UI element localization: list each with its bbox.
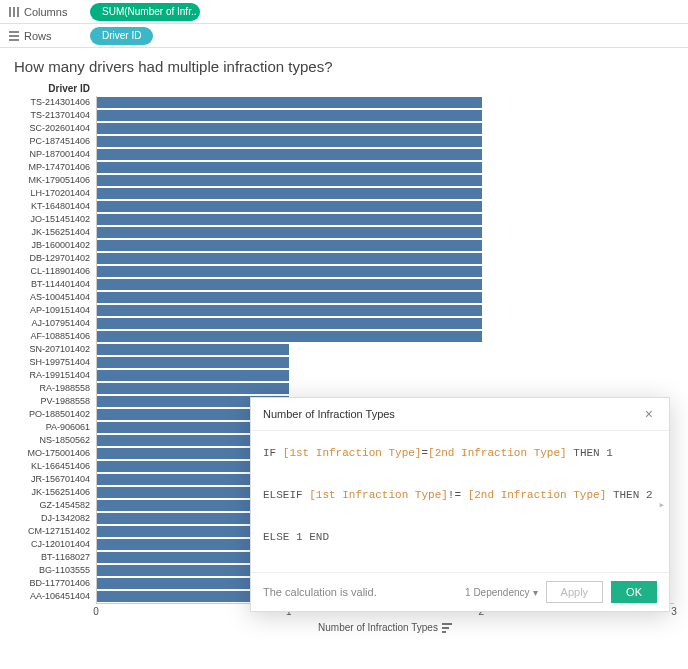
bar-row — [97, 382, 674, 395]
dependencies-label: 1 Dependency — [465, 587, 530, 598]
bar[interactable] — [97, 162, 482, 173]
y-axis-tick-label: JB-160001402 — [14, 239, 96, 252]
y-axis-tick-label: BT-1168027 — [14, 551, 96, 564]
y-axis-tick-label: BT-114401404 — [14, 278, 96, 291]
bar[interactable] — [97, 344, 289, 355]
x-axis-tick-label: 3 — [671, 606, 677, 617]
columns-icon — [8, 6, 20, 18]
kw-else: ELSE — [263, 531, 289, 543]
bar[interactable] — [97, 214, 482, 225]
y-axis-tick-label: DB-129701402 — [14, 252, 96, 265]
bar[interactable] — [97, 383, 289, 394]
bar-row — [97, 148, 674, 161]
ok-button[interactable]: OK — [611, 581, 657, 603]
bar[interactable] — [97, 201, 482, 212]
kw-end: END — [309, 531, 329, 543]
bar-row — [97, 109, 674, 122]
columns-pill-text: SUM(Number of Infr.. — [102, 6, 196, 17]
field-ref: [2nd Infraction Type] — [468, 489, 607, 501]
svg-rect-5 — [9, 39, 19, 41]
bar[interactable] — [97, 370, 289, 381]
y-axis-tick-label: TS-213701404 — [14, 109, 96, 122]
bar[interactable] — [97, 227, 482, 238]
literal: 1 — [606, 447, 613, 459]
bar-row — [97, 174, 674, 187]
bar-row — [97, 96, 674, 109]
y-axis-header: Driver ID — [14, 83, 96, 94]
bar[interactable] — [97, 292, 482, 303]
bar-row — [97, 369, 674, 382]
calc-line-2: ELSEIF [1st Infraction Type]!= [2nd Infr… — [263, 485, 657, 506]
y-axis-tick-label: RA-1988558 — [14, 382, 96, 395]
y-axis-tick-label: TS-214301406 — [14, 96, 96, 109]
y-axis-tick-label: PA-906061 — [14, 421, 96, 434]
op-ne: != — [448, 489, 461, 501]
y-axis-tick-label: RA-199151404 — [14, 369, 96, 382]
columns-shelf-label: Columns — [24, 6, 84, 18]
kw-elseif: ELSEIF — [263, 489, 303, 501]
columns-pill[interactable]: SUM(Number of Infr.. — [90, 3, 200, 21]
y-axis-tick-label: PC-187451406 — [14, 135, 96, 148]
bar[interactable] — [97, 136, 482, 147]
bar[interactable] — [97, 305, 482, 316]
apply-button[interactable]: Apply — [546, 581, 604, 603]
svg-rect-7 — [442, 627, 449, 629]
y-axis-tick-label: BD-117701406 — [14, 577, 96, 590]
x-axis-label-wrap: Number of Infraction Types — [96, 622, 674, 633]
svg-rect-0 — [9, 7, 11, 17]
bar[interactable] — [97, 97, 482, 108]
bar[interactable] — [97, 253, 482, 264]
bar-row — [97, 135, 674, 148]
bar-row — [97, 239, 674, 252]
y-axis-tick-label: LH-170201404 — [14, 187, 96, 200]
bar[interactable] — [97, 331, 482, 342]
y-axis-tick-label: SN-207101402 — [14, 343, 96, 356]
bar[interactable] — [97, 279, 482, 290]
calc-footer-actions: 1 Dependency ▾ Apply OK — [465, 581, 657, 603]
bar[interactable] — [97, 110, 482, 121]
bar-row — [97, 330, 674, 343]
y-axis-tick-label: PO-188501402 — [14, 408, 96, 421]
columns-shelf[interactable]: Columns SUM(Number of Infr.. — [0, 0, 688, 24]
svg-rect-4 — [9, 35, 19, 37]
y-axis-tick-label: JK-156251404 — [14, 226, 96, 239]
bar[interactable] — [97, 266, 482, 277]
rows-shelf-label: Rows — [24, 30, 84, 42]
bar[interactable] — [97, 188, 482, 199]
y-axis-tick-label: CL-118901406 — [14, 265, 96, 278]
bar-row — [97, 200, 674, 213]
bar-row — [97, 356, 674, 369]
kw-if: IF — [263, 447, 276, 459]
calc-editor-body[interactable]: IF [1st Infraction Type]=[2nd Infraction… — [251, 431, 669, 572]
close-button[interactable]: × — [641, 406, 657, 422]
bar[interactable] — [97, 149, 482, 160]
rows-shelf[interactable]: Rows Driver ID — [0, 24, 688, 48]
svg-rect-3 — [9, 31, 19, 33]
calc-editor-title[interactable]: Number of Infraction Types — [263, 408, 395, 420]
rows-pill[interactable]: Driver ID — [90, 27, 153, 45]
bar[interactable] — [97, 123, 482, 134]
bar[interactable] — [97, 175, 482, 186]
bar[interactable] — [97, 318, 482, 329]
bar-row — [97, 226, 674, 239]
y-axis-tick-label: JR-156701404 — [14, 473, 96, 486]
svg-rect-2 — [17, 7, 19, 17]
y-axis-tick-label: MP-174701406 — [14, 161, 96, 174]
bar[interactable] — [97, 240, 482, 251]
field-ref: [2nd Infraction Type] — [428, 447, 567, 459]
kw-then: THEN — [573, 447, 599, 459]
literal: 1 — [296, 531, 303, 543]
y-axis-tick-label: AJ-107951404 — [14, 317, 96, 330]
bar-row — [97, 161, 674, 174]
sort-descending-icon[interactable] — [442, 623, 452, 633]
expand-caret-icon[interactable]: ▸ — [658, 494, 665, 515]
y-axis-tick-label: BG-1103555 — [14, 564, 96, 577]
rows-pill-text: Driver ID — [102, 30, 141, 41]
bar[interactable] — [97, 357, 289, 368]
y-axis-tick-label: KL-166451406 — [14, 460, 96, 473]
dependencies-dropdown[interactable]: 1 Dependency ▾ — [465, 587, 538, 598]
y-axis-tick-label: MO-175001406 — [14, 447, 96, 460]
calc-line-1: IF [1st Infraction Type]=[2nd Infraction… — [263, 443, 657, 464]
viz-title: How many drivers had multiple infraction… — [14, 58, 674, 75]
bar-row — [97, 278, 674, 291]
